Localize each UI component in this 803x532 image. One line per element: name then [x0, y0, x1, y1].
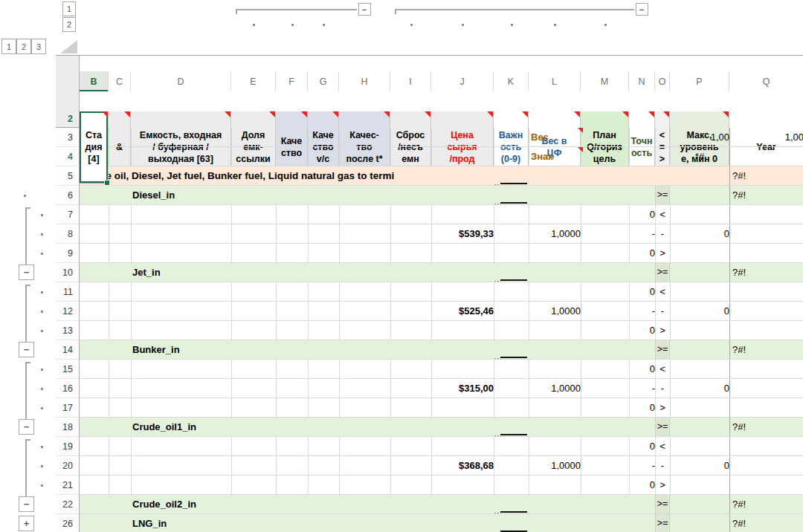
- cell-D10[interactable]: Jet_in: [131, 263, 233, 282]
- select-all-corner[interactable]: [56, 36, 80, 55]
- cell-O12[interactable]: -: [655, 302, 670, 320]
- gridline: [231, 302, 232, 320]
- row-header-19[interactable]: 19: [56, 437, 80, 456]
- row-header-6[interactable]: 6: [56, 186, 80, 205]
- row-header-20[interactable]: 20: [56, 456, 80, 476]
- cell-O20[interactable]: -: [655, 456, 670, 475]
- cell-O13[interactable]: >: [655, 321, 670, 340]
- row-outline-level-2[interactable]: 2: [16, 39, 31, 54]
- row-header-11[interactable]: 11: [56, 282, 80, 302]
- leader-dots: ..: [494, 528, 500, 532]
- row-header-10[interactable]: 10: [56, 263, 80, 282]
- row-header-15[interactable]: 15: [56, 360, 80, 379]
- cell-Q14[interactable]: ?#!: [729, 340, 803, 359]
- column-group-collapse-button-2[interactable]: −: [636, 3, 648, 16]
- cell-O17[interactable]: >: [655, 398, 670, 417]
- cell-O10[interactable]: >=: [655, 263, 670, 282]
- cell-Q5[interactable]: ?#!: [729, 166, 803, 185]
- cell-D6[interactable]: Diesel_in: [131, 186, 233, 204]
- cell-D22[interactable]: Crude_oil2_in: [131, 495, 233, 513]
- row-header-21[interactable]: 21: [56, 476, 80, 495]
- header-cell-B[interactable]: Ста дия [4]: [80, 111, 109, 184]
- row-header-14[interactable]: 14: [56, 340, 80, 360]
- cell-O9[interactable]: >: [655, 244, 670, 262]
- cell-P3[interactable]: 1,00: [670, 128, 734, 146]
- comment-marker-icon: [723, 111, 729, 117]
- cell-Q22[interactable]: ?#!: [729, 495, 803, 513]
- cell-D26[interactable]: LNG_in: [131, 514, 233, 532]
- cell-P8[interactable]: 0: [670, 224, 734, 243]
- leader-dots: ..: [494, 181, 500, 185]
- cell-J16[interactable]: $315,00: [431, 379, 503, 398]
- column-group-collapse-button-1[interactable]: −: [358, 3, 371, 16]
- table-row-14: Bunker_in..>=?#!: [80, 340, 803, 360]
- dotted-leader-K26[interactable]: ..: [494, 514, 529, 532]
- row-header-9[interactable]: 9: [56, 244, 80, 263]
- table-row-12: $525,461,0000--0: [80, 302, 803, 321]
- cell-O19[interactable]: <: [655, 437, 670, 455]
- cell-O16[interactable]: -: [655, 379, 670, 398]
- cell-Q3[interactable]: 1,00: [729, 128, 803, 146]
- cell-L8[interactable]: 1,0000: [529, 224, 585, 243]
- cell-O6[interactable]: >=: [655, 186, 670, 204]
- cell-P16[interactable]: 0: [670, 379, 734, 398]
- cell-L3[interactable]: Вес: [529, 128, 583, 146]
- gridline: [390, 360, 391, 378]
- cell-O14[interactable]: >=: [655, 340, 670, 359]
- cell-O21[interactable]: >: [655, 476, 670, 494]
- cell-B5[interactable]: Crude oil, Diesel, Jet fuel, Bunker fuel…: [80, 166, 495, 185]
- row-header-2[interactable]: 2: [56, 56, 80, 128]
- cell-O11[interactable]: <: [655, 282, 670, 301]
- row-header-3[interactable]: 3: [56, 128, 80, 147]
- gridline: [231, 321, 232, 340]
- row-header-26[interactable]: 26: [56, 514, 80, 532]
- row-outline-level-3[interactable]: 3: [31, 39, 46, 54]
- cell-O22[interactable]: >=: [655, 495, 670, 513]
- row-header-13[interactable]: 13: [56, 321, 80, 340]
- gridline: [276, 456, 277, 475]
- cell-Q10[interactable]: ?#!: [729, 263, 803, 282]
- cell-Q26[interactable]: ?#!: [729, 514, 803, 532]
- row-header-12[interactable]: 12: [56, 302, 80, 321]
- cell-O26[interactable]: >=: [655, 514, 670, 532]
- cell-Q18[interactable]: ?#!: [729, 418, 803, 436]
- row-header-22[interactable]: 22: [56, 495, 80, 514]
- row-header-7[interactable]: 7: [56, 205, 80, 224]
- table-row-20: $368,681,0000--0: [80, 456, 803, 476]
- column-outline-level-2[interactable]: 2: [62, 17, 76, 32]
- cell-L16[interactable]: 1,0000: [529, 379, 585, 398]
- cell-J20[interactable]: $368,68: [431, 456, 503, 475]
- table-row-10: Jet_in..>=?#!: [80, 263, 803, 282]
- row-header-5[interactable]: 5: [56, 166, 80, 186]
- row-outline-level-1[interactable]: 1: [1, 39, 16, 54]
- cell-L4[interactable]: Знак: [529, 147, 583, 166]
- cell-J12[interactable]: $525,46: [431, 302, 503, 320]
- cell-O8[interactable]: -: [655, 224, 670, 243]
- cell-L20[interactable]: 1,0000: [529, 456, 585, 475]
- row-header-18[interactable]: 18: [56, 418, 80, 437]
- cell-J8[interactable]: $539,33: [431, 224, 503, 243]
- cell-P12[interactable]: 0: [670, 302, 734, 320]
- cell-P20[interactable]: 0: [670, 456, 734, 475]
- cell-L12[interactable]: 1,0000: [529, 302, 585, 320]
- comment-marker-icon: [332, 111, 338, 117]
- cell-O18[interactable]: >=: [655, 418, 670, 436]
- leader-dots: ..: [494, 200, 500, 204]
- cell-O15[interactable]: <: [655, 360, 670, 378]
- row-header-8[interactable]: 8: [56, 224, 80, 244]
- cell-Q6[interactable]: ?#!: [729, 186, 803, 204]
- row-header-16[interactable]: 16: [56, 379, 80, 398]
- gridline: [494, 321, 494, 340]
- cell-D14[interactable]: Bunker_in: [131, 340, 233, 359]
- gridline: [390, 437, 391, 455]
- cell-D18[interactable]: Crude_oil1_in: [131, 418, 233, 436]
- gridline: [276, 147, 277, 166]
- gridline: [231, 398, 232, 417]
- leader-dots: ..: [494, 277, 500, 282]
- column-outline-level-1[interactable]: 1: [62, 1, 76, 16]
- cell-O7[interactable]: <: [655, 205, 670, 224]
- row-header-4[interactable]: 4: [56, 147, 80, 166]
- row-header-17[interactable]: 17: [56, 398, 80, 418]
- cell-P4[interactable]: *#: [670, 147, 729, 166]
- gridline: [109, 456, 109, 475]
